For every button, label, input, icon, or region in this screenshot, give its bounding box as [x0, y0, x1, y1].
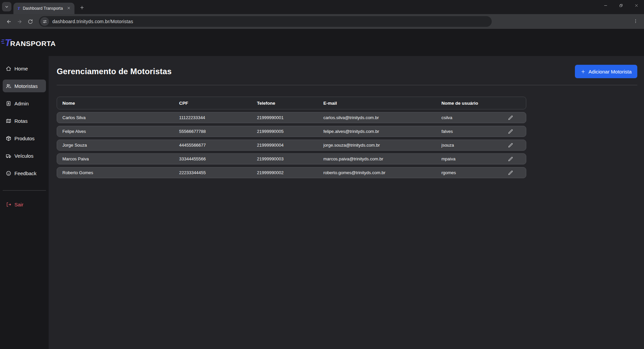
- kebab-menu-icon: [633, 18, 638, 24]
- logout-label: Sair: [14, 202, 23, 207]
- routes-icon: [6, 118, 11, 124]
- sidebar-item-admin[interactable]: Admin: [3, 97, 46, 110]
- sidebar-item-rotas[interactable]: Rotas: [3, 114, 46, 127]
- column-header-usuario: Nome de usuário: [441, 101, 500, 106]
- tab-search-button[interactable]: [2, 2, 11, 11]
- cell-usuario: rgomes: [441, 170, 500, 175]
- add-driver-button-label: Adicionar Motorista: [589, 69, 632, 74]
- sidebar-item-label: Home: [14, 66, 28, 71]
- minimize-icon: [603, 3, 608, 8]
- edit-driver-button[interactable]: [506, 113, 515, 122]
- pencil-icon: [507, 129, 514, 135]
- sidebar-item-produtos[interactable]: Produtos: [3, 132, 46, 145]
- sidebar-nav: Home Motoristas Admin Rotas Produtos Veí…: [0, 56, 49, 349]
- arrow-right-icon: [17, 19, 22, 24]
- edit-driver-button[interactable]: [506, 127, 515, 136]
- cell-telefone: 21999990001: [257, 115, 323, 120]
- browser-toolbar: dashboard.trinityds.com.br/Motoristas: [0, 14, 644, 29]
- cell-nome: Carlos Silva: [62, 115, 179, 120]
- page-title: Gerenciamento de Motoristas: [57, 67, 172, 76]
- restore-icon: [619, 3, 623, 8]
- table-row: Felipe Alves 55566677788 21999990005 fel…: [57, 126, 526, 137]
- pencil-icon: [507, 142, 514, 148]
- logo-text: RANSPORTA: [10, 40, 56, 48]
- cell-cpf: 33344455566: [179, 156, 257, 161]
- cell-email: roberto.gomes@trinityds.com.br: [323, 170, 441, 175]
- close-icon: [67, 6, 71, 10]
- drivers-table-body: Carlos Silva 11122233344 21999990001 car…: [57, 112, 526, 178]
- reload-icon: [28, 19, 33, 24]
- column-header-nome: Nome: [62, 101, 179, 106]
- browser-menu-button[interactable]: [631, 16, 641, 27]
- app-header: TRANSPORTA: [0, 29, 644, 56]
- cell-nome: Felipe Alves: [62, 129, 179, 134]
- tab-title: Dashboard Transporta: [23, 6, 63, 11]
- table-row: Marcos Paiva 33344455566 21999990003 mar…: [57, 153, 526, 164]
- cell-cpf: 44455566677: [179, 143, 257, 148]
- cell-cpf: 22233344455: [179, 170, 257, 175]
- pencil-icon: [507, 115, 514, 121]
- add-driver-button[interactable]: Adicionar Motorista: [575, 65, 637, 78]
- forward-button[interactable]: [14, 16, 25, 27]
- cell-email: jorge.souza@trinityds.com.br: [323, 143, 441, 148]
- tab-close-button[interactable]: [66, 5, 72, 11]
- home-icon: [6, 66, 11, 71]
- sidebar-item-sair[interactable]: Sair: [3, 198, 46, 211]
- table-row: Roberto Gomes 22233344455 21999990002 ro…: [57, 167, 526, 178]
- reload-button[interactable]: [25, 16, 36, 27]
- new-tab-button[interactable]: [77, 3, 87, 13]
- cell-email: marcos.paiva@trinityds.com.br: [323, 156, 441, 161]
- tune-icon: [42, 19, 47, 24]
- back-button[interactable]: [3, 16, 14, 27]
- drivers-icon: [6, 83, 11, 89]
- admin-icon: [6, 101, 11, 106]
- window-controls: [598, 0, 644, 11]
- sidebar-item-label: Admin: [14, 101, 29, 106]
- sidebar-item-label: Rotas: [14, 118, 28, 124]
- sidebar-item-motoristas[interactable]: Motoristas: [3, 80, 46, 92]
- sidebar-item-home[interactable]: Home: [3, 62, 46, 75]
- window-close-button[interactable]: [629, 0, 644, 11]
- cell-usuario: csilva: [441, 115, 500, 120]
- cell-usuario: jsouza: [441, 143, 500, 148]
- cell-usuario: mpaiva: [441, 156, 500, 161]
- url-text: dashboard.trinityds.com.br/Motoristas: [52, 19, 133, 24]
- logo-letter-t: T: [5, 38, 11, 48]
- table-row: Jorge Souza 44455566677 21999990004 jorg…: [57, 140, 526, 151]
- cell-email: carlos.silva@trinityds.com.br: [323, 115, 441, 120]
- sidebar-item-label: Produtos: [14, 136, 35, 141]
- address-bar[interactable]: dashboard.trinityds.com.br/Motoristas: [39, 16, 492, 27]
- products-icon: [6, 136, 11, 141]
- cell-nome: Marcos Paiva: [62, 156, 179, 161]
- cell-telefone: 21999990005: [257, 129, 323, 134]
- close-icon: [634, 3, 639, 8]
- logout-icon: [6, 202, 11, 207]
- feedback-icon: [6, 170, 11, 176]
- title-divider: [57, 85, 637, 85]
- sidebar-item-label: Veículos: [14, 153, 34, 159]
- site-settings-button[interactable]: [40, 17, 49, 26]
- sidebar-item-veiculos[interactable]: Veículos: [3, 149, 46, 162]
- vehicles-icon: [6, 153, 11, 159]
- column-header-cpf: CPF: [179, 101, 257, 106]
- edit-driver-button[interactable]: [506, 168, 515, 177]
- sidebar-item-feedback[interactable]: Feedback: [3, 167, 46, 180]
- sidebar-item-label: Feedback: [14, 170, 37, 176]
- cell-telefone: 21999990003: [257, 156, 323, 161]
- cell-email: felipe.alves@trinityds.com.br: [323, 129, 441, 134]
- site-favicon: T: [17, 6, 20, 11]
- cell-nome: Roberto Gomes: [62, 170, 179, 175]
- cell-nome: Jorge Souza: [62, 143, 179, 148]
- table-row: Carlos Silva 11122233344 21999990001 car…: [57, 112, 526, 123]
- column-header-email: E-mail: [323, 101, 441, 106]
- chevron-down-icon: [4, 4, 9, 9]
- plus-icon: [581, 69, 586, 74]
- browser-tab-strip: T Dashboard Transporta: [0, 0, 644, 14]
- edit-driver-button[interactable]: [506, 141, 515, 150]
- window-restore-button[interactable]: [613, 0, 629, 11]
- edit-driver-button[interactable]: [506, 155, 515, 163]
- browser-tab-active[interactable]: T Dashboard Transporta: [13, 3, 74, 14]
- window-minimize-button[interactable]: [598, 0, 613, 11]
- cell-cpf: 55566677788: [179, 129, 257, 134]
- cell-usuario: falves: [441, 129, 500, 134]
